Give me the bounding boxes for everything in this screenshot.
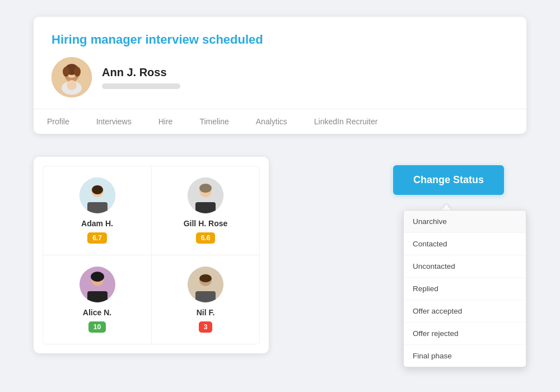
candidate-card[interactable]: Nil F. 3 — [151, 255, 260, 344]
page-title: Hiring manager interview scheduled — [52, 32, 508, 47]
score-badge: 10 — [88, 321, 106, 333]
change-status-dropdown: Unarchive Contacted Uncontacted Replied … — [403, 210, 526, 367]
svg-rect-10 — [87, 202, 108, 213]
svg-rect-18 — [87, 291, 108, 302]
score-badge: 3 — [199, 321, 213, 333]
candidate-name: Gill H. Rose — [184, 219, 228, 228]
status-option-contacted[interactable]: Contacted — [404, 233, 526, 255]
candidate-name: Adam H. — [81, 219, 113, 228]
status-option-uncontacted[interactable]: Uncontacted — [404, 255, 526, 278]
svg-point-4 — [63, 67, 69, 77]
tab-profile[interactable]: Profile — [34, 109, 83, 134]
candidate-card[interactable]: Adam H. 6.7 — [43, 166, 151, 255]
candidate-name: Alice N. — [83, 308, 111, 317]
main-card: Hiring manager interview scheduled Ann J… — [34, 17, 526, 134]
candidate-subtitle-bar — [102, 83, 180, 89]
svg-point-19 — [91, 272, 104, 282]
avatar — [80, 267, 115, 302]
dropdown-arrow — [442, 204, 451, 210]
score-badge: 6.7 — [87, 232, 107, 244]
avatar — [80, 178, 115, 213]
tab-linkedin-recruiter[interactable]: LinkedIn Recruiter — [301, 109, 391, 134]
tab-hire[interactable]: Hire — [145, 109, 186, 134]
svg-point-23 — [199, 274, 212, 282]
candidate-name: Ann J. Ross — [102, 66, 180, 79]
svg-point-5 — [74, 67, 81, 77]
avatar — [52, 57, 92, 97]
svg-rect-22 — [195, 291, 216, 302]
avatar — [188, 267, 223, 302]
status-option-replied[interactable]: Replied — [404, 278, 526, 300]
avatar — [188, 178, 223, 213]
status-option-unarchive[interactable]: Unarchive — [404, 211, 526, 233]
candidate-row: Ann J. Ross — [52, 57, 508, 97]
candidate-name: Nil F. — [197, 308, 215, 317]
svg-point-15 — [199, 184, 212, 193]
candidates-grid: Adam H. 6.7 Gill H. Rose 6.6 Alice N. 10 — [34, 157, 269, 353]
svg-point-7 — [67, 80, 77, 90]
tab-analytics[interactable]: Analytics — [242, 109, 301, 134]
status-option-offer-rejected[interactable]: Offer rejected — [404, 323, 526, 345]
tab-interviews[interactable]: Interviews — [83, 109, 145, 134]
candidate-info: Ann J. Ross — [102, 66, 180, 89]
candidate-card[interactable]: Gill H. Rose 6.6 — [151, 166, 260, 255]
status-option-offer-accepted[interactable]: Offer accepted — [404, 300, 526, 323]
status-option-final-phase[interactable]: Final phase — [404, 345, 526, 367]
svg-rect-14 — [195, 202, 216, 213]
tab-timeline[interactable]: Timeline — [186, 109, 242, 134]
svg-point-11 — [92, 185, 103, 194]
change-status-button[interactable]: Change Status — [393, 165, 504, 195]
score-badge: 6.6 — [196, 232, 216, 244]
candidate-card[interactable]: Alice N. 10 — [43, 255, 151, 344]
tabs-row: Profile Interviews Hire Timeline Analyti… — [34, 109, 526, 134]
